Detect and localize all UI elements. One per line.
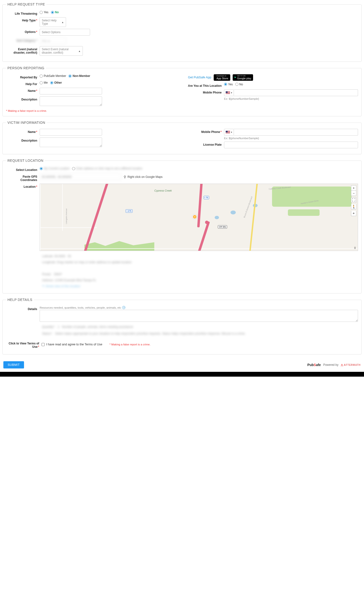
- link-get-pubsafe-app[interactable]: Get PubSafe App: [188, 76, 211, 79]
- radio-at-location-no[interactable]: No: [235, 83, 243, 86]
- section-title: REQUEST LOCATION: [6, 159, 45, 163]
- map-pin-icon: ⚲: [124, 175, 126, 179]
- radio-help-for-other[interactable]: Other: [50, 81, 62, 84]
- radio-life-threatening-no[interactable]: No: [51, 11, 59, 14]
- caret-up-icon: ▲: [78, 50, 81, 52]
- map-zoom-out[interactable]: −: [351, 191, 356, 196]
- radio-at-location-yes[interactable]: Yes: [224, 83, 233, 86]
- hint-gps-right-click: Right click on Google Maps: [127, 175, 163, 179]
- input-victim-phone[interactable]: [234, 129, 358, 136]
- map-zoom-in[interactable]: +: [351, 185, 356, 191]
- label-location: Location*: [6, 184, 40, 189]
- radio-life-threatening-yes[interactable]: Yes: [40, 11, 49, 14]
- radio-pubsafe-member[interactable]: PubSafe Member: [40, 74, 66, 78]
- map-viewport[interactable]: Cypress Creek I 275 I 75 CR 581 Livingst…: [40, 184, 358, 251]
- label-event: Event (natural disaster, conflict): [6, 46, 40, 54]
- section-help-request-type: HELP REQUEST TYPE Life Threatening Yes N…: [2, 2, 362, 62]
- select-event[interactable]: Select Event (natural disaster, conflict…: [40, 46, 83, 56]
- play-icon: ▶: [235, 76, 236, 79]
- select-country-code[interactable]: ▾: [224, 89, 234, 96]
- section-victim-information: VICTIM INFORMATION Name* Description Mob…: [2, 121, 362, 154]
- section-title: HELP REQUEST TYPE: [6, 2, 46, 6]
- input-license-plate[interactable]: [224, 142, 358, 148]
- select-options[interactable]: Select Options: [40, 29, 90, 36]
- section-person-reporting: PERSON REPORTING Reported By PubSafe Mem…: [2, 66, 362, 116]
- label-reported-by: Reported By: [6, 74, 40, 79]
- info-icon[interactable]: ?: [122, 306, 125, 309]
- section-title: HELP DETAILS: [6, 298, 34, 302]
- hint-phone-example: Ex: ${phoneNumberSample}: [224, 137, 259, 140]
- select-victim-country-code[interactable]: ▾: [224, 129, 234, 136]
- warning-false-report: * Making a false report is a crime.: [6, 109, 358, 112]
- label-details: Details: [6, 306, 40, 311]
- badge-google-play[interactable]: ▶GET IT ONGoogle play: [233, 74, 253, 81]
- label-select-location: Select Location: [6, 167, 40, 172]
- map-resize-handle[interactable]: ⇳: [354, 246, 356, 250]
- textarea-details[interactable]: [40, 310, 358, 322]
- map-streetview-icon[interactable]: 🚶: [351, 204, 356, 209]
- submit-button[interactable]: SUBMIT: [3, 361, 24, 368]
- label-help-type: Help Type*: [6, 17, 40, 22]
- pubsafe-logo: PubSafe: [307, 363, 321, 367]
- radio-location-option-a[interactable]: My Current Location: [40, 167, 70, 170]
- footer: SUBMIT PubSafe Powered by ⋀AFTERMATH: [2, 359, 362, 372]
- label-victim-description: Description: [6, 138, 40, 142]
- label-options: Options*: [6, 29, 40, 34]
- label-at-location: Are You at This Location: [186, 83, 224, 88]
- map-fullscreen-icon[interactable]: ⛶: [351, 197, 356, 203]
- section-request-location: REQUEST LOCATION Select Location My Curr…: [2, 159, 362, 293]
- checkbox-terms[interactable]: I have read and agree to the Terms of Us…: [42, 343, 102, 346]
- powered-by-label: Powered by: [323, 363, 338, 366]
- warning-false-report-2: * Making a false report is a crime.: [109, 343, 151, 346]
- label-help-for: Help For: [6, 81, 40, 86]
- textarea-victim-description[interactable]: [40, 138, 102, 147]
- caret-up-icon: ▲: [61, 21, 64, 24]
- label-victim-name: Name*: [6, 129, 40, 134]
- section-title: VICTIM INFORMATION: [6, 121, 47, 125]
- map-marker-icon[interactable]: [193, 215, 197, 219]
- map-area-label: Cypress Creek: [154, 189, 172, 192]
- shield-i275: I 275: [126, 209, 132, 213]
- flag-us-icon: [226, 91, 230, 94]
- select-help-type[interactable]: Select Help Type▲: [40, 17, 66, 27]
- label-description: Description: [6, 96, 40, 101]
- caret-down-icon: ▾: [231, 92, 232, 94]
- shield-i75: I 75: [204, 196, 209, 199]
- obscured-location-extras: Latitude: 00.0000 00 Longitude: Drag mar…: [6, 253, 358, 289]
- input-reporter-name[interactable]: [40, 88, 102, 94]
- badge-app-store[interactable]: Download onApp Store: [214, 74, 230, 81]
- section-help-details: HELP DETAILS Details Resources needed, q…: [2, 298, 362, 354]
- aftermath-logo: ⋀AFTERMATH: [341, 364, 361, 366]
- radio-non-member[interactable]: Non-Member: [68, 74, 90, 78]
- map-locate-icon[interactable]: ⌖: [351, 211, 356, 216]
- flag-us-icon: [226, 131, 230, 134]
- caret-down-icon: ▾: [231, 131, 232, 133]
- section-title: PERSON REPORTING: [6, 66, 46, 70]
- input-gps-coordinates[interactable]: [40, 174, 121, 180]
- input-reporter-phone[interactable]: [234, 89, 358, 96]
- radio-location-option-b[interactable]: Enter address or click map to set a diff…: [72, 167, 142, 170]
- shield-cr581: CR 581: [218, 225, 227, 228]
- bottom-bar: [0, 372, 364, 377]
- input-victim-name[interactable]: [40, 129, 102, 136]
- textarea-reporter-description[interactable]: [40, 96, 102, 106]
- label-terms: Click to View Terms of Use*: [6, 340, 42, 349]
- obscured-detail-extras: Quantity*: 1 Number of people, animals, …: [6, 324, 358, 337]
- label-life-threatening: Life Threatening: [6, 11, 40, 15]
- label-license-plate: License Plate: [186, 142, 224, 146]
- obscured-row: Sub-Category * Any ▲: [6, 38, 358, 44]
- label-paste-gps: Paste GPS Coordinates: [6, 174, 40, 182]
- hint-phone-example: Ex: ${phoneNumberSample}: [224, 97, 259, 100]
- label-name: Name*: [6, 88, 40, 92]
- label-mobile-phone: Mobile Phone: [186, 89, 224, 94]
- radio-help-for-me[interactable]: Me: [40, 81, 48, 84]
- label-victim-phone: Mobile Phone*: [186, 129, 224, 134]
